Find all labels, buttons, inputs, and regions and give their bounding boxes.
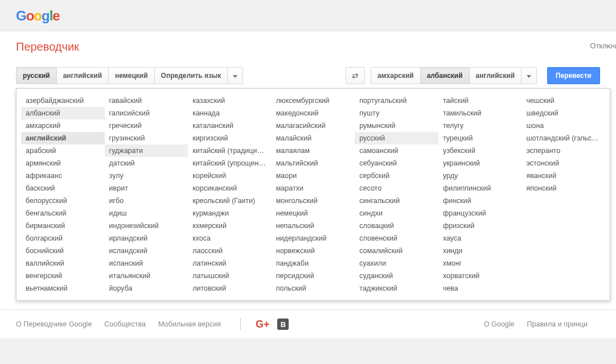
language-option[interactable]: болгарский (21, 232, 105, 245)
language-option[interactable]: амхарский (21, 119, 105, 132)
language-option[interactable]: эсперанто (521, 144, 605, 157)
language-option[interactable]: кхмерский (188, 220, 272, 232)
language-option[interactable]: монгольский (272, 195, 355, 207)
language-option[interactable]: панджаби (272, 257, 355, 270)
language-option[interactable]: датский (105, 157, 188, 169)
language-option[interactable]: галисийский (105, 107, 188, 119)
language-option[interactable]: мальтийский (272, 157, 355, 169)
language-option[interactable]: арабский (21, 144, 105, 157)
language-option[interactable]: узбекский (438, 144, 522, 157)
language-option[interactable]: сингальский (355, 195, 438, 207)
language-option[interactable]: бирманский (21, 220, 105, 232)
language-option[interactable]: каталанский (188, 119, 272, 132)
language-option[interactable]: армянский (21, 157, 105, 169)
translate-button[interactable]: Перевести (547, 67, 600, 84)
language-option[interactable]: тайский (438, 94, 522, 107)
language-option[interactable]: курманджи (188, 207, 272, 220)
language-option[interactable]: кхоса (188, 232, 272, 245)
language-option[interactable]: самоанский (355, 144, 438, 157)
language-option[interactable]: валлийский (21, 257, 105, 270)
footer-link-about-google[interactable]: О Google (484, 320, 515, 328)
language-option[interactable]: зулу (105, 169, 188, 182)
language-option[interactable]: грузинский (105, 132, 188, 144)
language-option[interactable]: чешский (521, 94, 605, 107)
language-option[interactable]: английский (21, 132, 105, 144)
language-option[interactable]: шона (521, 119, 605, 132)
source-lang-english[interactable]: английский (57, 68, 109, 84)
language-option[interactable]: шведский (521, 107, 605, 119)
language-option[interactable]: люксембургский (272, 94, 355, 107)
google-logo[interactable]: Google (16, 8, 60, 23)
language-option[interactable]: маратхи (272, 182, 355, 195)
language-option[interactable]: хмонг (438, 257, 522, 270)
language-option[interactable]: малайский (272, 132, 355, 144)
language-option[interactable]: иврит (105, 182, 188, 195)
language-option[interactable]: словенский (355, 232, 438, 245)
language-option[interactable]: украинский (438, 157, 522, 169)
language-option[interactable]: хинди (438, 245, 522, 257)
language-option[interactable]: немецкий (272, 207, 355, 220)
language-option[interactable]: нидерландский (272, 232, 355, 245)
language-option[interactable]: литовский (188, 282, 272, 295)
language-option[interactable]: итальянский (105, 270, 188, 282)
language-option[interactable]: себуанский (355, 157, 438, 169)
language-option[interactable]: французский (438, 207, 522, 220)
language-option[interactable]: румынский (355, 119, 438, 132)
target-lang-albanian[interactable]: албанский (421, 68, 470, 84)
language-option[interactable]: креольский (Гаити) (188, 195, 272, 207)
language-option[interactable]: гавайский (105, 94, 188, 107)
language-option[interactable]: вьетнамский (21, 282, 105, 295)
language-option[interactable]: албанский (21, 107, 105, 119)
language-option[interactable]: маори (272, 169, 355, 182)
blogger-icon[interactable]: B (277, 318, 289, 330)
language-option[interactable]: йоруба (105, 282, 188, 295)
footer-link-mobile[interactable]: Мобильная версия (158, 320, 221, 328)
language-option[interactable]: латышский (188, 270, 272, 282)
footer-link-terms[interactable]: Правила и принци (527, 320, 588, 328)
language-option[interactable]: боснийский (21, 245, 105, 257)
language-option[interactable]: телугу (438, 119, 522, 132)
language-option[interactable]: филиппинский (438, 182, 522, 195)
language-option[interactable]: словацкий (355, 220, 438, 232)
language-option[interactable]: турецкий (438, 132, 522, 144)
language-option[interactable]: хорватский (438, 270, 522, 282)
language-option[interactable]: сербский (355, 169, 438, 182)
language-option[interactable]: эстонский (521, 157, 605, 169)
language-option[interactable]: польский (272, 282, 355, 295)
language-option[interactable]: латинский (188, 257, 272, 270)
language-option[interactable]: бенгальский (21, 207, 105, 220)
language-option[interactable]: игбо (105, 195, 188, 207)
language-option[interactable]: лаосский (188, 245, 272, 257)
language-option[interactable]: чева (438, 282, 522, 295)
language-option[interactable]: баскский (21, 182, 105, 195)
language-option[interactable]: русский (355, 132, 438, 144)
language-option[interactable]: синдхи (355, 207, 438, 220)
language-option[interactable]: суахили (355, 257, 438, 270)
language-option[interactable]: японский (521, 182, 605, 195)
language-option[interactable]: китайский (упрощенный) (188, 157, 272, 169)
language-option[interactable]: казахский (188, 94, 272, 107)
target-lang-dropdown-button[interactable] (521, 68, 536, 84)
language-option[interactable]: гуджарати (105, 144, 188, 157)
source-lang-detect[interactable]: Определить язык (155, 68, 228, 84)
swap-languages-button[interactable]: ⇄ (346, 67, 365, 84)
footer-link-communities[interactable]: Сообщества (104, 320, 146, 328)
language-option[interactable]: испанский (105, 257, 188, 270)
language-option[interactable]: корсиканский (188, 182, 272, 195)
language-option[interactable]: сесото (355, 182, 438, 195)
source-lang-german[interactable]: немецкий (109, 68, 154, 84)
language-option[interactable]: персидский (272, 270, 355, 282)
language-option[interactable]: яванский (521, 169, 605, 182)
language-option[interactable]: белорусский (21, 195, 105, 207)
google-plus-icon[interactable]: G+ (256, 318, 270, 330)
language-option[interactable]: тамильский (438, 107, 522, 119)
language-option[interactable]: ирландский (105, 232, 188, 245)
language-option[interactable]: греческий (105, 119, 188, 132)
language-option[interactable]: португальский (355, 94, 438, 107)
language-option[interactable]: таджикский (355, 282, 438, 295)
disable-instant-link[interactable]: Отключ (590, 42, 616, 50)
language-option[interactable]: корейский (188, 169, 272, 182)
language-option[interactable]: идиш (105, 207, 188, 220)
language-option[interactable]: сомалийский (355, 245, 438, 257)
language-option[interactable]: пушту (355, 107, 438, 119)
